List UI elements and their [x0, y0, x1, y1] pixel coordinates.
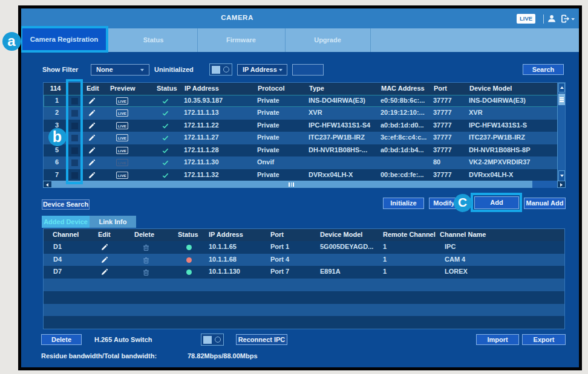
- svg-text:LIVE: LIVE: [118, 149, 126, 153]
- svg-text:LIVE: LIVE: [118, 174, 126, 178]
- svg-text:LIVE: LIVE: [118, 112, 126, 115]
- svg-text:LIVE: LIVE: [118, 124, 126, 128]
- svg-text:LIVE: LIVE: [118, 100, 126, 103]
- svg-text:LIVE: LIVE: [118, 161, 126, 165]
- svg-text:LIVE: LIVE: [118, 137, 126, 140]
